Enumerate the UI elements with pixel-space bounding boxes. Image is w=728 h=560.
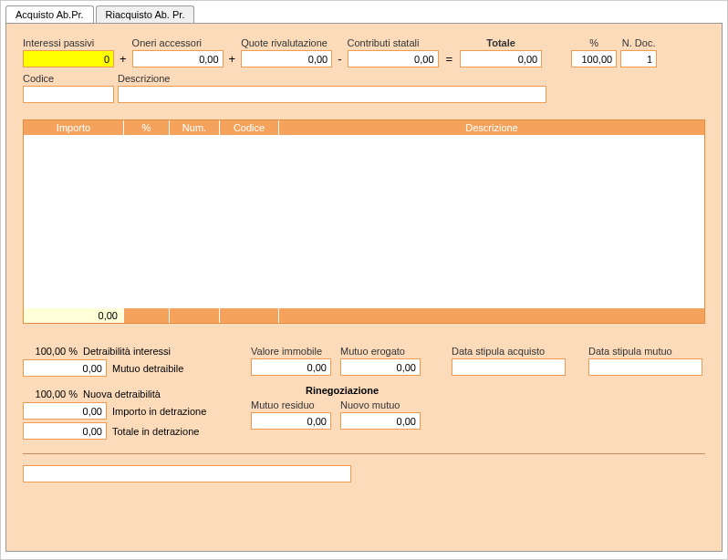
- items-table: Importo % Num. Codice Descrizione 0,00: [23, 119, 705, 324]
- totale-detrazione-input[interactable]: [23, 422, 107, 440]
- equals: =: [442, 52, 457, 67]
- importo-detrazione-input[interactable]: [23, 402, 107, 420]
- ndoc-label: N. Doc.: [620, 37, 657, 48]
- valore-immobile-label: Valore immobile: [251, 346, 331, 357]
- bottom-section: 100,00 % Detraibilità interessi Mutuo de…: [23, 346, 705, 482]
- totale-label: Totale: [460, 37, 542, 48]
- mutuo-detraibile-input[interactable]: [23, 359, 107, 377]
- mutuo-erogato-label: Mutuo erogato: [340, 346, 421, 357]
- valore-immobile-input[interactable]: [251, 358, 331, 376]
- contributi-label: Contributi statali: [348, 37, 439, 48]
- plus-2: +: [227, 52, 238, 67]
- mutuo-detraibile-label: Mutuo detraibile: [112, 363, 233, 374]
- perc-label: %: [571, 37, 617, 48]
- codice-label: Codice: [23, 73, 114, 84]
- tab-riacquisto[interactable]: Riacquisto Ab. Pr.: [96, 5, 195, 23]
- tab-acquisto[interactable]: Acquisto Ab.Pr.: [5, 5, 94, 23]
- quote-label: Quote rivalutazione: [241, 37, 332, 48]
- col-detraibilita: 100,00 % Detraibilità interessi Mutuo de…: [23, 346, 233, 442]
- codice-input[interactable]: [23, 86, 114, 103]
- calc-row: Interessi passivi + Oneri accessori + Qu…: [23, 37, 705, 67]
- descrizione-label: Descrizione: [118, 73, 705, 84]
- totale-detrazione-label: Totale in detrazione: [112, 426, 233, 437]
- minus-1: -: [336, 52, 343, 67]
- oneri-input[interactable]: [132, 50, 224, 67]
- tab-bar: Acquisto Ab.Pr. Riacquisto Ab. Pr.: [1, 1, 727, 23]
- data-acquisto-label: Data stipula acquisto: [452, 346, 570, 357]
- th-codice: Codice: [220, 120, 279, 135]
- mutuo-erogato-input[interactable]: [340, 358, 421, 376]
- data-acquisto-input[interactable]: [452, 358, 566, 376]
- plus-1: +: [118, 52, 129, 67]
- contributi-input[interactable]: [348, 50, 439, 67]
- data-mutuo-label: Data stipula mutuo: [588, 346, 707, 357]
- th-perc: %: [124, 120, 170, 135]
- table-footer: 0,00: [24, 308, 704, 323]
- perc-input[interactable]: [571, 50, 617, 67]
- ndoc-input[interactable]: [620, 50, 657, 67]
- interessi-input[interactable]: [23, 50, 114, 67]
- th-num: Num.: [170, 120, 220, 135]
- descrizione-input[interactable]: [118, 86, 546, 103]
- interessi-label: Interessi passivi: [23, 37, 114, 48]
- detra-perc: 100,00 %: [23, 346, 78, 357]
- bottom-bar: [23, 465, 705, 482]
- mutuo-residuo-label: Mutuo residuo: [251, 399, 331, 410]
- nuovo-mutuo-label: Nuovo mutuo: [340, 399, 421, 410]
- importo-detrazione-label: Importo in detrazione: [112, 406, 233, 417]
- nuova-label: Nuova detraibilità: [83, 389, 233, 399]
- mutuo-residuo-input[interactable]: [251, 412, 331, 430]
- divider: [23, 453, 705, 454]
- detra-label: Detraibilità interessi: [83, 346, 233, 357]
- table-header: Importo % Num. Codice Descrizione: [24, 120, 704, 135]
- col-data-mutuo: Data stipula mutuo: [588, 346, 707, 442]
- th-descrizione: Descrizione: [279, 120, 704, 135]
- main-panel: Interessi passivi + Oneri accessori + Qu…: [5, 23, 723, 552]
- oneri-label: Oneri accessori: [132, 37, 224, 48]
- codice-row: Codice Descrizione: [23, 73, 705, 103]
- nuovo-mutuo-input[interactable]: [340, 412, 421, 430]
- quote-input[interactable]: [241, 50, 332, 67]
- totale-input[interactable]: [460, 50, 542, 67]
- nuova-perc: 100,00 %: [23, 389, 78, 399]
- col-immobile: Valore immobile Mutuo erogato Rinegoziaz…: [251, 346, 433, 442]
- data-mutuo-input[interactable]: [588, 358, 702, 376]
- footer-importo: 0,00: [24, 308, 124, 323]
- bottom-text-input[interactable]: [23, 465, 351, 482]
- col-data-acquisto: Data stipula acquisto: [452, 346, 570, 442]
- table-body[interactable]: [24, 135, 704, 308]
- rinegoziazione-title: Rinegoziazione: [251, 385, 433, 396]
- th-importo: Importo: [24, 120, 124, 135]
